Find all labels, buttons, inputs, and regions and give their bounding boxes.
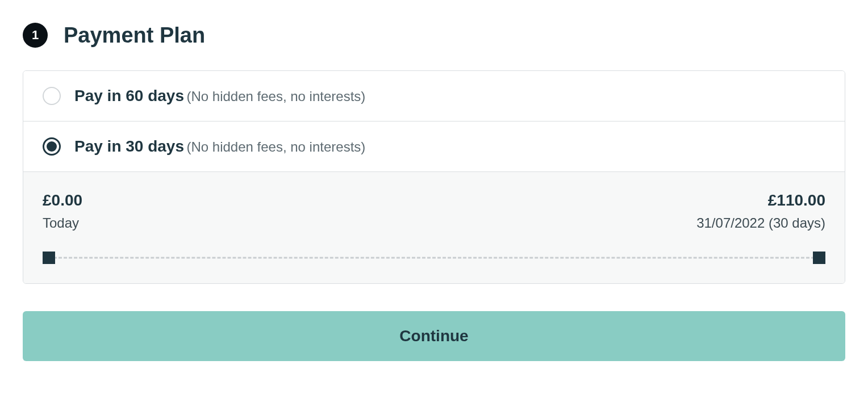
schedule-end: £110.00 31/07/2022 (30 days) <box>696 191 825 231</box>
option-pay-60-days[interactable]: Pay in 60 days (No hidden fees, no inter… <box>23 71 845 121</box>
option-label: Pay in 30 days <box>74 137 184 155</box>
page-title: Payment Plan <box>64 23 205 48</box>
radio-unselected-icon <box>43 87 61 105</box>
option-pay-30-days[interactable]: Pay in 30 days (No hidden fees, no inter… <box>23 121 845 172</box>
schedule-amounts-row: £0.00 Today £110.00 31/07/2022 (30 days) <box>43 191 825 231</box>
start-amount: £0.00 <box>43 191 82 210</box>
start-label: Today <box>43 215 82 231</box>
payment-schedule: £0.00 Today £110.00 31/07/2022 (30 days) <box>23 172 845 283</box>
schedule-start: £0.00 Today <box>43 191 82 231</box>
option-text: Pay in 30 days (No hidden fees, no inter… <box>74 137 365 156</box>
option-subtext: (No hidden fees, no interests) <box>186 139 365 154</box>
option-label: Pay in 60 days <box>74 87 184 104</box>
radio-selected-icon <box>43 137 61 156</box>
timeline-end-marker-icon <box>813 252 825 264</box>
option-text: Pay in 60 days (No hidden fees, no inter… <box>74 87 365 105</box>
timeline <box>43 252 825 264</box>
timeline-start-marker-icon <box>43 252 55 264</box>
end-amount: £110.00 <box>696 191 825 210</box>
continue-button[interactable]: Continue <box>23 311 845 361</box>
end-label: 31/07/2022 (30 days) <box>696 215 825 231</box>
payment-options-box: Pay in 60 days (No hidden fees, no inter… <box>23 70 845 284</box>
timeline-line-icon <box>48 257 820 259</box>
step-number-badge: 1 <box>23 23 48 48</box>
option-subtext: (No hidden fees, no interests) <box>186 89 365 104</box>
step-header: 1 Payment Plan <box>23 23 845 48</box>
